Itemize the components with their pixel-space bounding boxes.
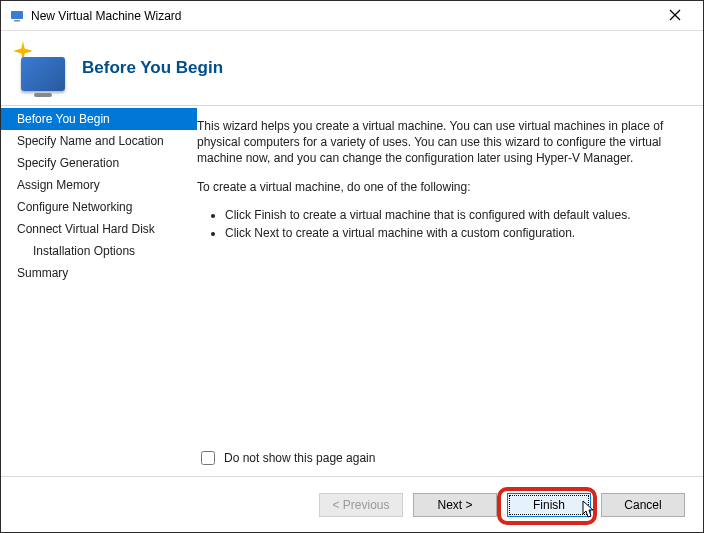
close-button[interactable] — [655, 8, 695, 24]
sidebar-item-installation-options[interactable]: Installation Options — [1, 240, 197, 262]
svg-rect-1 — [14, 20, 20, 22]
option-next: Click Next to create a virtual machine w… — [225, 225, 683, 241]
body: Before You Begin Specify Name and Locati… — [1, 106, 703, 476]
page-heading: Before You Begin — [82, 58, 223, 78]
sidebar-item-before-you-begin[interactable]: Before You Begin — [1, 108, 197, 130]
wizard-window: New Virtual Machine Wizard Before You Be… — [0, 0, 704, 533]
window-title: New Virtual Machine Wizard — [31, 9, 655, 23]
sidebar-item-connect-vhd[interactable]: Connect Virtual Hard Disk — [1, 218, 197, 240]
wizard-logo-icon — [13, 41, 68, 96]
dont-show-label: Do not show this page again — [224, 450, 375, 466]
next-button[interactable]: Next > — [413, 493, 497, 517]
svg-rect-0 — [11, 11, 23, 19]
titlebar: New Virtual Machine Wizard — [1, 1, 703, 31]
content-area: This wizard helps you create a virtual m… — [197, 106, 703, 476]
intro-text: This wizard helps you create a virtual m… — [197, 118, 683, 167]
options-list: Click Finish to create a virtual machine… — [225, 207, 683, 241]
sidebar-item-specify-generation[interactable]: Specify Generation — [1, 152, 197, 174]
dont-show-again[interactable]: Do not show this page again — [197, 448, 375, 468]
header: Before You Begin — [1, 31, 703, 106]
sidebar-item-configure-networking[interactable]: Configure Networking — [1, 196, 197, 218]
sidebar-item-summary[interactable]: Summary — [1, 262, 197, 284]
app-icon — [9, 8, 25, 24]
footer: < Previous Next > Finish Cancel — [1, 476, 703, 532]
sidebar: Before You Begin Specify Name and Locati… — [1, 106, 197, 476]
dont-show-checkbox[interactable] — [201, 451, 215, 465]
sidebar-item-specify-name-location[interactable]: Specify Name and Location — [1, 130, 197, 152]
previous-button: < Previous — [319, 493, 403, 517]
finish-button[interactable]: Finish — [507, 493, 591, 517]
instruction-text: To create a virtual machine, do one of t… — [197, 179, 683, 195]
option-finish: Click Finish to create a virtual machine… — [225, 207, 683, 223]
cancel-button[interactable]: Cancel — [601, 493, 685, 517]
sidebar-item-assign-memory[interactable]: Assign Memory — [1, 174, 197, 196]
